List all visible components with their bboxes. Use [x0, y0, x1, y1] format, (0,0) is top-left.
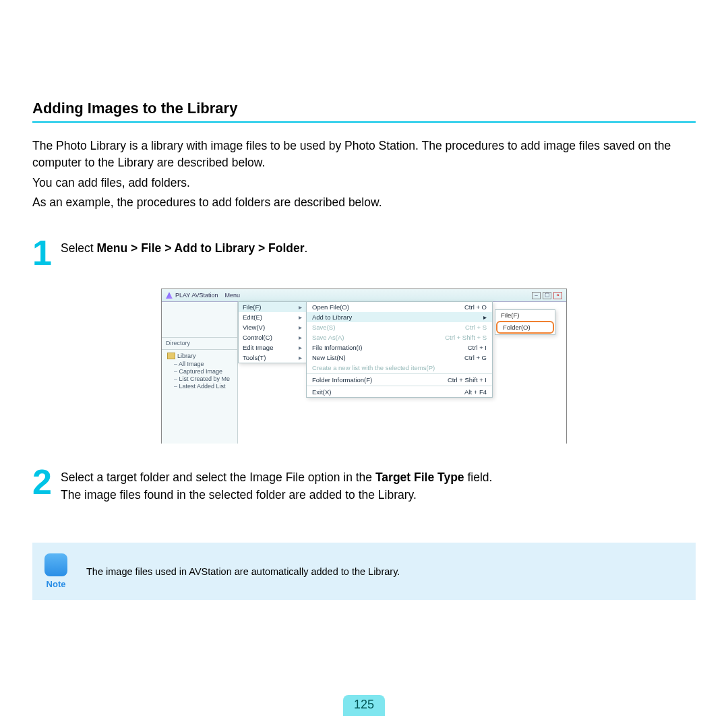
menu-item-folderinfo[interactable]: Folder Information(F)Ctrl + Shift + I [307, 375, 492, 385]
menu-item-view[interactable]: View(V)▸ [239, 322, 306, 332]
menu-item-saveas: Save As(A)Ctrl + Shift + S [307, 332, 492, 342]
menu-separator [307, 373, 492, 374]
menu-label: Save As(A) [312, 334, 344, 341]
menu-label: Tools(T) [243, 354, 266, 361]
chevron-right-icon: ▸ [299, 303, 302, 311]
note-text: The image files used in AVStation are au… [86, 566, 400, 577]
app-screenshot: PLAY AVStation Menu – ▢ × Directory Libr… [161, 289, 567, 444]
step-2-line1a: Select a target folder and select the Im… [61, 471, 375, 484]
menu-button[interactable]: Menu [225, 292, 241, 299]
menu-label: Edit(E) [243, 313, 262, 321]
folder-icon [167, 353, 175, 359]
step-2-text: Select a target folder and select the Im… [61, 466, 696, 504]
menu-item-fileinfo[interactable]: File Information(I)Ctrl + I [307, 342, 492, 353]
menu-label: File Information(I) [312, 344, 362, 351]
intro-paragraph-1: The Photo Library is a library with imag… [32, 138, 696, 172]
menu-label: Create a new list with the selected item… [312, 364, 435, 371]
tree-root-label: Library [177, 353, 196, 359]
tree-item[interactable]: All Image [174, 361, 237, 367]
shortcut: Ctrl + Shift + I [448, 376, 487, 384]
shortcut: Alt + F4 [464, 388, 487, 396]
shortcut: Ctrl + S [465, 324, 487, 331]
chevron-right-icon: ▸ [299, 344, 302, 351]
close-button[interactable]: × [553, 292, 562, 299]
menu-item-newlist[interactable]: New List(N)Ctrl + G [307, 353, 492, 363]
step-1: 1 Select Menu > File > Add to Library > … [32, 237, 696, 269]
tree-item[interactable]: List Created by Me [174, 375, 237, 382]
menu-label: View(V) [243, 324, 265, 331]
chevron-right-icon: ▸ [299, 334, 302, 341]
submenu-addtolibrary: File(F) Folder(O) [495, 309, 555, 335]
note-icon [44, 553, 67, 576]
menu-label: Add to Library [312, 313, 352, 321]
window-titlebar: PLAY AVStation Menu – ▢ × [162, 289, 566, 302]
menu-label: Exit(X) [312, 388, 332, 396]
window-controls: – ▢ × [532, 292, 562, 299]
chevron-right-icon: ▸ [299, 313, 302, 321]
tree-root[interactable]: Library [167, 353, 237, 359]
menu-label: New List(N) [312, 354, 346, 361]
intro-paragraph-2: You can add files, add folders. [32, 175, 696, 191]
shortcut: Ctrl + Shift + S [445, 334, 487, 341]
page-number: 125 [343, 695, 385, 716]
app-title: PLAY AVStation [175, 292, 218, 299]
menu-separator [307, 386, 492, 386]
menu-level-2: Open File(O)Ctrl + O Add to Library▸ Sav… [306, 301, 493, 398]
menu-item-edit[interactable]: Edit(E)▸ [239, 312, 306, 322]
sidebar-dropzone [162, 302, 237, 338]
directory-label: Directory [162, 338, 237, 350]
menu-item-control[interactable]: Control(C)▸ [239, 332, 306, 342]
menu-item-addtolibrary[interactable]: Add to Library▸ [307, 312, 492, 322]
step-2-line2: The image files found in the selected fo… [61, 488, 417, 502]
chevron-right-icon: ▸ [299, 354, 302, 361]
step-2-line1c: field. [464, 471, 493, 484]
menu-item-save: Save(S)Ctrl + S [307, 322, 492, 332]
step-2-bold: Target File Type [375, 471, 464, 484]
chevron-right-icon: ▸ [483, 313, 487, 321]
menu-label: Folder Information(F) [312, 376, 372, 384]
menu-label: File(F) [243, 303, 261, 311]
step-1-text: Select Menu > File > Add to Library > Fo… [61, 237, 696, 257]
menu-item-exit[interactable]: Exit(X)Alt + F4 [307, 387, 492, 397]
minimize-button[interactable]: – [532, 292, 541, 299]
sidebar: Directory Library All Image Captured Ima… [162, 302, 238, 444]
step-1-tail: . [305, 241, 308, 255]
menu-item-openfile[interactable]: Open File(O)Ctrl + O [307, 302, 492, 312]
tree-item[interactable]: Captured Image [174, 368, 237, 375]
menu-item-createlist: Create a new list with the selected item… [307, 363, 492, 373]
shortcut: Ctrl + G [464, 354, 487, 361]
chevron-right-icon: ▸ [299, 324, 302, 331]
step-1-number: 1 [32, 237, 61, 269]
intro-paragraph-3: As an example, the procedures to add fol… [32, 194, 696, 211]
submenu-item-file[interactable]: File(F) [495, 310, 555, 320]
step-2: 2 Select a target folder and select the … [32, 466, 696, 504]
menu-label: Control(C) [243, 334, 272, 341]
note-label: Note [44, 579, 67, 589]
tree-item[interactable]: Latest Added List [174, 383, 237, 390]
submenu-item-folder[interactable]: Folder(O) [496, 321, 554, 334]
app-logo-icon [166, 292, 173, 299]
menu-level-1: File(F)▸ Edit(E)▸ View(V)▸ Control(C)▸ E… [238, 301, 307, 363]
menu-label: Open File(O) [312, 303, 349, 311]
menu-item-tools[interactable]: Tools(T)▸ [239, 353, 306, 363]
menu-label: Edit Image [243, 344, 273, 351]
title-underline [32, 121, 696, 123]
step-1-lead: Select [61, 241, 97, 255]
note-box: Note The image files used in AVStation a… [32, 543, 696, 600]
menu-label: Save(S) [312, 324, 335, 331]
maximize-button[interactable]: ▢ [543, 292, 551, 299]
menu-item-file[interactable]: File(F)▸ [239, 302, 306, 312]
section-title: Adding Images to the Library [32, 100, 696, 117]
step-1-bold: Menu > File > Add to Library > Folder [97, 241, 305, 255]
shortcut: Ctrl + I [468, 344, 487, 351]
menu-item-editimage[interactable]: Edit Image▸ [239, 342, 306, 353]
directory-tree: Library All Image Captured Image List Cr… [162, 350, 237, 390]
shortcut: Ctrl + O [464, 303, 487, 311]
step-2-number: 2 [32, 466, 61, 498]
